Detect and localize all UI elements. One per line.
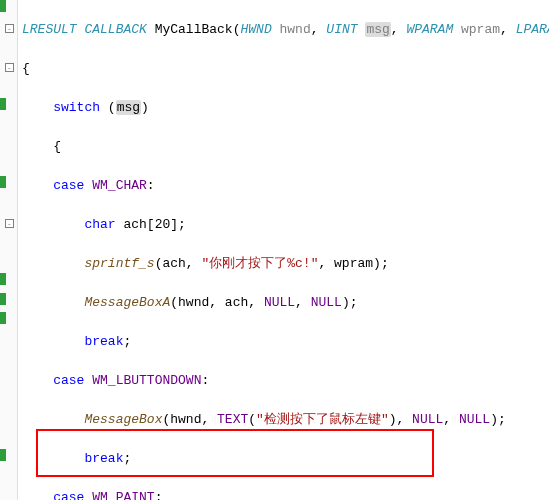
return-type: LRESULT bbox=[22, 22, 77, 37]
args: (ach, bbox=[155, 256, 202, 271]
case-kw: case bbox=[53, 490, 84, 501]
func-name: MyCallBack bbox=[155, 22, 233, 37]
change-mark bbox=[0, 0, 6, 12]
string-lit: "检测按下了鼠标左键" bbox=[256, 412, 389, 427]
change-mark bbox=[0, 449, 6, 461]
change-mark bbox=[0, 293, 6, 305]
null-macro: NULL bbox=[412, 412, 443, 427]
brace: { bbox=[53, 139, 61, 154]
comma: , bbox=[295, 295, 311, 310]
change-mark bbox=[0, 176, 6, 188]
break-kw: break bbox=[84, 451, 123, 466]
param-type: UINT bbox=[326, 22, 357, 37]
change-mark bbox=[0, 273, 6, 285]
case-kw: case bbox=[53, 373, 84, 388]
func-call: sprintf_s bbox=[84, 256, 154, 271]
args: (hwnd, bbox=[162, 412, 217, 427]
fold-icon[interactable]: - bbox=[5, 219, 14, 228]
brace: { bbox=[22, 59, 549, 79]
case-label: WM_PAINT bbox=[92, 490, 154, 501]
args: (hwnd, ach, bbox=[170, 295, 264, 310]
args: , wpram); bbox=[318, 256, 388, 271]
break-kw: break bbox=[84, 334, 123, 349]
change-mark bbox=[0, 98, 6, 110]
param-type: LPARAM bbox=[516, 22, 549, 37]
close: ); bbox=[490, 412, 506, 427]
fold-icon[interactable]: - bbox=[5, 24, 14, 33]
func-call: MessageBox bbox=[84, 412, 162, 427]
param-type: WPARAM bbox=[406, 22, 453, 37]
char-kw: char bbox=[84, 217, 115, 232]
param: wpram bbox=[461, 22, 500, 37]
close: ); bbox=[342, 295, 358, 310]
args: ), bbox=[389, 412, 412, 427]
msg-ref: msg bbox=[116, 100, 141, 115]
fold-icon[interactable]: - bbox=[5, 63, 14, 72]
text-macro: TEXT bbox=[217, 412, 248, 427]
code-editor[interactable]: LRESULT CALLBACK MyCallBack(HWND hwnd, U… bbox=[22, 0, 549, 500]
null-macro: NULL bbox=[311, 295, 342, 310]
param-type: HWND bbox=[240, 22, 271, 37]
null-macro: NULL bbox=[264, 295, 295, 310]
var-decl: ach[20]; bbox=[116, 217, 186, 232]
switch-kw: switch bbox=[53, 100, 100, 115]
null-macro: NULL bbox=[459, 412, 490, 427]
editor-gutter: - - - bbox=[0, 0, 18, 500]
string-lit: "你刚才按下了%c!" bbox=[201, 256, 318, 271]
param: hwnd bbox=[280, 22, 311, 37]
callback-kw: CALLBACK bbox=[84, 22, 146, 37]
case-label: WM_CHAR bbox=[92, 178, 147, 193]
func-call: MessageBoxA bbox=[84, 295, 170, 310]
case-label: WM_LBUTTONDOWN bbox=[92, 373, 201, 388]
change-mark bbox=[0, 312, 6, 324]
param-highlighted: msg bbox=[365, 22, 390, 37]
comma: , bbox=[443, 412, 459, 427]
case-kw: case bbox=[53, 178, 84, 193]
